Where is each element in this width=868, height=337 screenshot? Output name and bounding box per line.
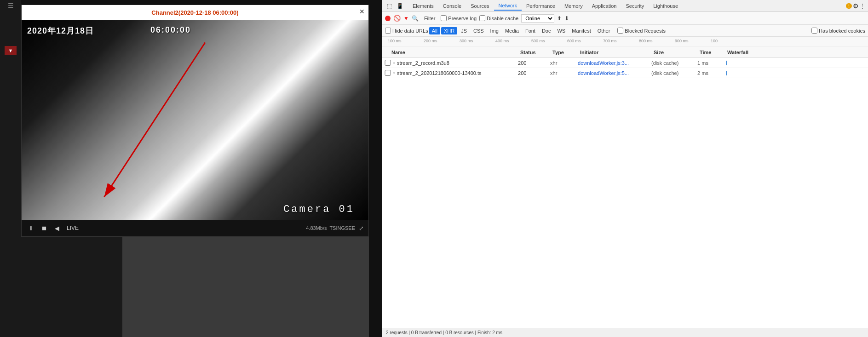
- row1-type: xhr: [550, 60, 578, 66]
- tab-network[interactable]: Network: [494, 1, 522, 11]
- row1-checkbox[interactable]: [384, 60, 391, 66]
- col-time-header[interactable]: Time: [700, 50, 727, 55]
- table-row[interactable]: ○ stream_2_20201218060000-13400.ts 200 x…: [382, 68, 868, 78]
- tab-sources[interactable]: Sources: [466, 2, 494, 10]
- inspect-icon[interactable]: ⬚: [385, 2, 394, 10]
- row1-waterfall-bar: [726, 61, 727, 65]
- camera-time: 06:00:00: [150, 25, 191, 35]
- pause-button[interactable]: ⏸: [26, 224, 36, 233]
- row1-circle-icon: ○: [392, 60, 395, 65]
- row2-checkbox[interactable]: [384, 70, 391, 76]
- row1-size: (disk cache): [651, 60, 697, 66]
- filter-icon: ▼: [403, 15, 409, 22]
- row2-circle-icon: ○: [392, 70, 395, 75]
- row1-initiator: downloadWorker.js:3...: [578, 60, 651, 66]
- blocked-requests-label[interactable]: Blocked Requests: [617, 28, 666, 34]
- type-btn-doc[interactable]: Doc: [539, 27, 554, 34]
- dropdown-button[interactable]: ▼: [5, 46, 17, 55]
- tab-elements[interactable]: Elements: [408, 2, 438, 10]
- col-type-header[interactable]: Type: [552, 50, 580, 55]
- row2-waterfall: [725, 71, 868, 75]
- disable-cache-label[interactable]: Disable cache: [479, 15, 518, 21]
- table-row[interactable]: ○ stream_2_record.m3u8 200 xhr downloadW…: [382, 58, 868, 68]
- filter-input-placeholder[interactable]: Filter: [421, 16, 438, 21]
- speed-info: 4.83Mb/s TSINGSEE: [306, 225, 355, 231]
- col-initiator-header[interactable]: Initiator: [580, 50, 654, 55]
- type-btn-css[interactable]: CSS: [471, 27, 487, 34]
- type-btn-ws[interactable]: WS: [554, 27, 568, 34]
- row1-waterfall: [725, 61, 868, 65]
- row2-initiator: downloadWorker.js:5...: [578, 70, 651, 76]
- col-status-header[interactable]: Status: [520, 50, 552, 55]
- type-btn-other[interactable]: Other: [595, 27, 613, 34]
- has-blocked-cookies-checkbox[interactable]: [811, 28, 817, 34]
- tab-security[interactable]: Security: [621, 2, 649, 10]
- devtools-panel: ⬚ 📱 Elements Console Sources Network Per…: [382, 0, 868, 337]
- video-title: Channel2(2020-12-18 06:00:00): [151, 9, 238, 16]
- prev-button[interactable]: ◀: [53, 224, 61, 233]
- stop-button[interactable]: ⏹: [40, 224, 49, 233]
- preserve-log-label[interactable]: Preserve log: [441, 15, 477, 21]
- video-controls: ⏸ ⏹ ◀ LIVE 4.83Mb/s TSINGSEE ⤢: [22, 220, 368, 236]
- sidebar-strip: ☰ ▼: [0, 0, 21, 337]
- tab-performance[interactable]: Performance: [522, 2, 560, 10]
- timeline-ruler: 100 ms 200 ms 300 ms 400 ms 500 ms 600 m…: [382, 37, 868, 47]
- ruler-tick-100: 100 ms: [388, 39, 402, 43]
- type-btn-manifest[interactable]: Manifest: [569, 27, 594, 34]
- ruler-tick-100-right: 100: [711, 39, 718, 43]
- record-button[interactable]: [385, 16, 391, 21]
- type-btn-media[interactable]: Media: [502, 27, 522, 34]
- hide-data-urls-checkbox[interactable]: [385, 28, 391, 34]
- col-size-header[interactable]: Size: [654, 50, 700, 55]
- type-btn-xhr[interactable]: XHR: [441, 27, 457, 34]
- type-btn-font[interactable]: Font: [523, 27, 538, 34]
- fullscreen-button[interactable]: ⤢: [359, 225, 364, 232]
- type-btn-img[interactable]: Img: [488, 27, 501, 34]
- ruler-tick-300: 300 ms: [460, 39, 473, 43]
- settings-button[interactable]: ⚙: [853, 2, 859, 10]
- ruler-tick-600: 600 ms: [567, 39, 581, 43]
- ruler-tick-500: 500 ms: [531, 39, 545, 43]
- row2-status: 200: [518, 70, 550, 76]
- video-content: 2020年12月18日 06:00:00 Camera 01: [22, 20, 368, 220]
- import-icon[interactable]: ⬇: [564, 15, 569, 22]
- network-filterbar: 🚫 ▼ 🔍 Filter Preserve log Disable cache …: [382, 12, 868, 25]
- row1-name: stream_2_record.m3u8: [396, 60, 518, 66]
- disable-cache-checkbox[interactable]: [479, 15, 485, 21]
- status-info: 2 requests | 0 B transferred | 0 B resou…: [386, 330, 502, 335]
- row2-time: 2 ms: [697, 70, 725, 76]
- search-icon: 🔍: [412, 15, 419, 22]
- close-button[interactable]: ✕: [359, 8, 365, 15]
- row2-waterfall-bar: [726, 71, 727, 75]
- tab-console[interactable]: Console: [438, 2, 466, 10]
- type-btn-js[interactable]: JS: [458, 27, 470, 34]
- type-btn-all[interactable]: All: [429, 27, 440, 34]
- preserve-log-checkbox[interactable]: [441, 15, 447, 21]
- col-name-header[interactable]: Name: [382, 50, 520, 55]
- devtools-statusbar: 2 requests | 0 B transferred | 0 B resou…: [382, 328, 868, 337]
- row1-time: 1 ms: [697, 60, 725, 66]
- blocked-requests-checkbox[interactable]: [617, 28, 623, 34]
- col-waterfall-header[interactable]: Waterfall: [727, 50, 868, 55]
- tab-lighthouse[interactable]: Lighthouse: [649, 2, 683, 10]
- has-blocked-cookies-label[interactable]: Has blocked cookies: [811, 28, 865, 34]
- video-window: Channel2(2020-12-18 06:00:00) ✕ 2020年12月…: [21, 5, 369, 237]
- alert-badge: 1: [846, 3, 852, 9]
- hamburger-icon[interactable]: ☰: [8, 2, 14, 9]
- devtools-tabs: Elements Console Sources Network Perform…: [408, 1, 683, 11]
- svg-line-1: [104, 42, 205, 197]
- hide-data-urls-label[interactable]: Hide data URLs: [385, 28, 428, 34]
- camera-feed: 2020年12月18日 06:00:00 Camera 01: [22, 20, 368, 220]
- network-content: ○ stream_2_record.m3u8 200 xhr downloadW…: [382, 58, 868, 328]
- live-label: LIVE: [67, 225, 79, 231]
- bottom-area: [21, 237, 369, 337]
- download-icon[interactable]: ⬆: [557, 15, 562, 22]
- more-button[interactable]: ⋮: [860, 3, 865, 9]
- clear-button[interactable]: 🚫: [393, 15, 401, 22]
- tab-memory[interactable]: Memory: [560, 2, 587, 10]
- online-select[interactable]: Online Offline Slow 3G Fast 3G: [521, 14, 554, 23]
- device-icon[interactable]: 📱: [395, 2, 405, 10]
- camera-label: Camera 01: [283, 204, 355, 215]
- row2-name: stream_2_20201218060000-13400.ts: [396, 70, 518, 76]
- tab-application[interactable]: Application: [587, 2, 621, 10]
